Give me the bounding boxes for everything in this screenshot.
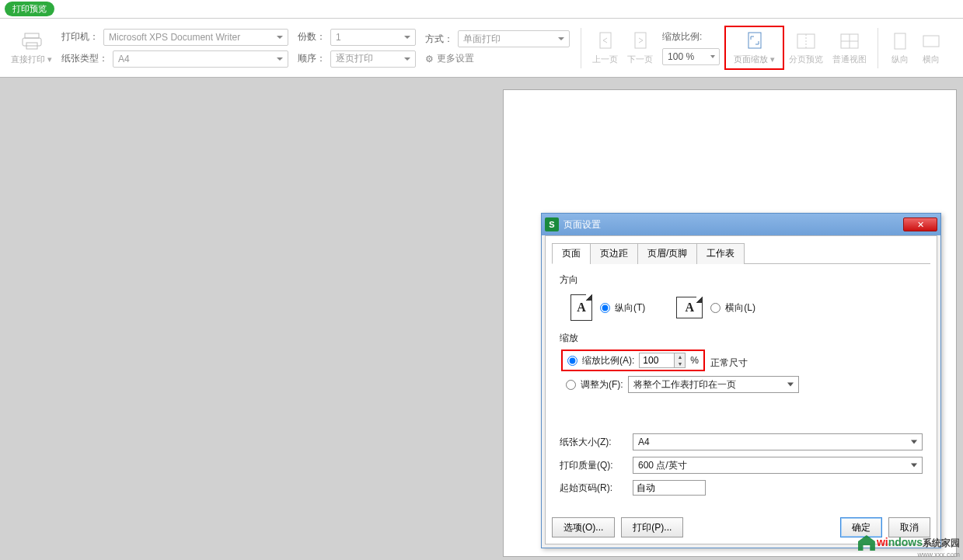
svg-rect-11 bbox=[895, 33, 905, 49]
separator bbox=[878, 28, 878, 68]
orientation-landscape-radio[interactable]: 横向(L) bbox=[710, 301, 755, 315]
portrait-button[interactable]: 纵向 bbox=[884, 29, 916, 67]
copies-label: 份数： bbox=[298, 30, 326, 43]
order-select[interactable]: 逐页打印 bbox=[330, 50, 416, 68]
page-next-icon bbox=[630, 30, 651, 52]
dialog-tabs: 页面 页边距 页眉/页脚 工作表 bbox=[552, 242, 930, 264]
copies-input[interactable]: 1 bbox=[330, 29, 416, 46]
zoom-label: 缩放比例: bbox=[662, 30, 702, 43]
grid-icon bbox=[839, 30, 860, 52]
orientation-landscape-label: 横向(L) bbox=[725, 301, 755, 315]
zoom-combo[interactable]: 100 % bbox=[662, 48, 720, 65]
panel-page: 方向 A 纵向(T) A 横向(L) 缩放 缩放比例(A): ▲▼ % 正常 bbox=[546, 264, 937, 511]
svg-rect-12 bbox=[923, 36, 939, 47]
fit-to-radio[interactable]: 调整为(F): bbox=[566, 378, 623, 391]
mode-select[interactable]: 单面打印 bbox=[458, 30, 570, 47]
spin-down[interactable]: ▼ bbox=[675, 360, 685, 367]
landscape-label: 横向 bbox=[923, 54, 940, 65]
normal-view-label: 普通视图 bbox=[832, 54, 867, 65]
printer-select[interactable]: Microsoft XPS Document Writer bbox=[103, 29, 288, 46]
svg-rect-0 bbox=[25, 33, 39, 38]
prev-page-button[interactable]: 上一页 bbox=[588, 29, 623, 67]
start-page-input[interactable] bbox=[633, 480, 706, 496]
paper-size-select[interactable]: A4 bbox=[633, 433, 923, 450]
fit-to-select[interactable]: 将整个工作表打印在一页 bbox=[628, 376, 799, 393]
watermark-url: www.xxx.com bbox=[917, 551, 960, 558]
watermark: windows系统家园 www.xxx.com bbox=[858, 535, 960, 558]
dialog-body: 页面 页边距 页眉/页脚 工作表 方向 A 纵向(T) A 横向(L) 缩放 缩… bbox=[545, 235, 937, 544]
options-button[interactable]: 选项(O)... bbox=[552, 517, 615, 537]
scale-normal-label: 正常尺寸 bbox=[710, 357, 748, 368]
start-page-label: 起始页码(R): bbox=[560, 482, 626, 495]
orientation-portrait-radio[interactable]: 纵向(T) bbox=[600, 301, 645, 315]
paper-label: 纸张类型： bbox=[61, 52, 108, 65]
paper-size-label: 纸张大小(Z): bbox=[560, 436, 626, 449]
print-button[interactable]: 打印(P)... bbox=[621, 517, 683, 537]
spin-up[interactable]: ▲ bbox=[675, 353, 685, 360]
app-icon: S bbox=[545, 217, 559, 231]
order-label: 顺序： bbox=[298, 52, 326, 65]
svg-rect-4 bbox=[635, 33, 646, 48]
tab-print-preview[interactable]: 打印预览 bbox=[5, 2, 54, 16]
landscape-button[interactable]: 横向 bbox=[916, 29, 947, 67]
percent-label: % bbox=[690, 355, 699, 366]
tab-page[interactable]: 页面 bbox=[552, 243, 591, 264]
page-scale-icon bbox=[744, 30, 766, 52]
next-page-label: 下一页 bbox=[627, 54, 653, 65]
svg-rect-5 bbox=[748, 33, 761, 48]
orientation-portrait-label: 纵向(T) bbox=[615, 301, 645, 315]
tab-sheet[interactable]: 工作表 bbox=[696, 243, 745, 264]
printer-icon bbox=[21, 30, 43, 52]
portrait-icon bbox=[889, 30, 911, 52]
scale-ratio-radio[interactable]: 缩放比例(A): bbox=[567, 354, 634, 367]
orientation-group-label: 方向 bbox=[560, 273, 923, 287]
paper-select[interactable]: A4 bbox=[113, 50, 288, 68]
dialog-titlebar[interactable]: S 页面设置 ✕ bbox=[542, 214, 940, 235]
landscape-icon bbox=[920, 30, 942, 52]
tab-margins[interactable]: 页边距 bbox=[590, 243, 638, 264]
page-setup-dialog: S 页面设置 ✕ 页面 页边距 页眉/页脚 工作表 方向 A 纵向(T) A 横… bbox=[541, 213, 941, 548]
prev-page-label: 上一页 bbox=[592, 54, 618, 65]
page-break-label: 分页预览 bbox=[789, 54, 823, 65]
print-quality-label: 打印质量(Q): bbox=[560, 459, 626, 472]
portrait-page-icon: A bbox=[570, 294, 592, 321]
next-page-button[interactable]: 下一页 bbox=[623, 29, 658, 67]
mode-label: 方式： bbox=[425, 33, 453, 46]
fit-to-label: 调整为(F): bbox=[581, 378, 623, 391]
direct-print-button[interactable]: 直接打印 ▾ bbox=[6, 29, 57, 67]
page-prev-icon bbox=[595, 30, 616, 52]
more-settings-label: 更多设置 bbox=[437, 52, 474, 65]
tab-header-footer[interactable]: 页眉/页脚 bbox=[637, 243, 697, 264]
close-button[interactable]: ✕ bbox=[903, 217, 937, 231]
page-scale-label: 页面缩放 ▾ bbox=[734, 54, 775, 65]
scale-group-label: 缩放 bbox=[560, 332, 923, 345]
ribbon: 直接打印 ▾ 打印机： Microsoft XPS Document Write… bbox=[0, 19, 963, 78]
landscape-page-icon: A bbox=[676, 297, 703, 318]
house-icon bbox=[858, 535, 875, 551]
page-scale-button[interactable]: 页面缩放 ▾ bbox=[729, 29, 780, 67]
app-tab-bar: 打印预览 bbox=[0, 0, 963, 19]
separator bbox=[581, 28, 581, 68]
svg-rect-1 bbox=[23, 38, 41, 46]
dialog-title: 页面设置 bbox=[563, 218, 601, 231]
scale-ratio-label: 缩放比例(A): bbox=[582, 354, 634, 367]
scale-ratio-input[interactable] bbox=[640, 353, 674, 367]
page-break-icon bbox=[795, 30, 817, 52]
print-quality-select[interactable]: 600 点/英寸 bbox=[633, 457, 923, 474]
gear-icon: ⚙ bbox=[425, 54, 434, 64]
page-scale-highlight: 页面缩放 ▾ bbox=[724, 26, 784, 70]
normal-view-button[interactable]: 普通视图 bbox=[828, 29, 871, 67]
svg-rect-3 bbox=[600, 33, 611, 48]
printer-label: 打印机： bbox=[61, 30, 99, 43]
scale-ratio-spinner[interactable]: ▲▼ bbox=[639, 353, 686, 368]
page-break-preview-button[interactable]: 分页预览 bbox=[784, 29, 828, 67]
portrait-label: 纵向 bbox=[891, 54, 909, 65]
scale-ratio-highlight: 缩放比例(A): ▲▼ % bbox=[561, 350, 705, 371]
direct-print-label: 直接打印 ▾ bbox=[11, 54, 52, 65]
more-settings-link[interactable]: ⚙ 更多设置 bbox=[425, 52, 474, 65]
